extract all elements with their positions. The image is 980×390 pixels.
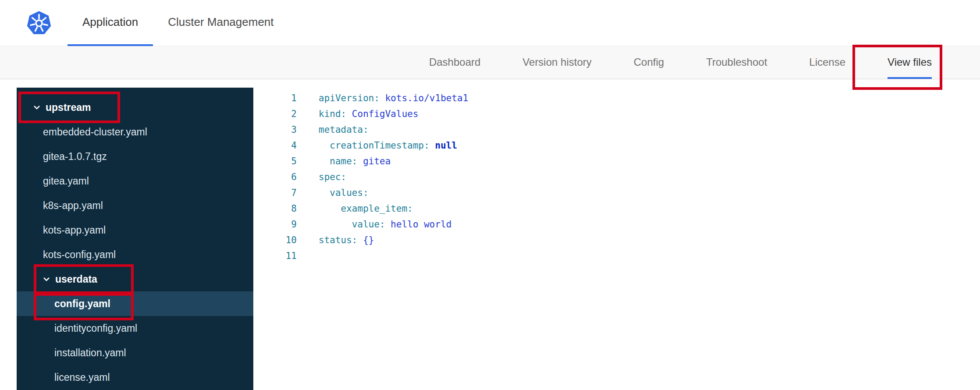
- tree-file-kots-app[interactable]: kots-app.yaml: [17, 218, 253, 242]
- tree-file-gitea-tgz[interactable]: gitea-1.0.7.tgz: [17, 144, 253, 169]
- tree-file-label: license.yaml: [54, 372, 110, 383]
- tree-file-identityconfig[interactable]: identityconfig.yaml: [17, 316, 253, 340]
- tree-file-label: kots-config.yaml: [43, 249, 116, 261]
- top-tab-bar: Application Cluster Management: [67, 0, 289, 46]
- yaml-key: value:: [319, 219, 385, 230]
- tree-file-installation[interactable]: installation.yaml: [17, 340, 253, 365]
- code-line: 9 value: hello world: [253, 216, 980, 232]
- yaml-key: apiVersion:: [319, 93, 380, 103]
- line-number: 2: [253, 106, 297, 122]
- code-line: 4 creationTimestamp: null: [253, 138, 980, 153]
- yaml-value: ConfigValues: [346, 109, 418, 119]
- line-number: 8: [253, 201, 297, 216]
- tree-file-kots-config[interactable]: kots-config.yaml: [17, 242, 253, 267]
- tree-file-label: kots-app.yaml: [43, 224, 106, 236]
- line-number: 10: [253, 232, 297, 248]
- chevron-down-icon[interactable]: [33, 105, 40, 110]
- kubernetes-logo: [26, 0, 52, 46]
- tab-troubleshoot[interactable]: Troubleshoot: [706, 47, 767, 79]
- tree-file-gitea-yaml[interactable]: gitea.yaml: [17, 169, 253, 193]
- yaml-key: example_item:: [319, 203, 413, 214]
- code-line: 3 metadata:: [253, 122, 980, 138]
- yaml-key: values:: [319, 188, 369, 198]
- yaml-value: null: [430, 140, 457, 151]
- line-number: 7: [253, 185, 297, 201]
- code-line: 11: [253, 248, 980, 264]
- code-line: 10 status: {}: [253, 232, 980, 248]
- tree-file-label: embedded-cluster.yaml: [43, 126, 147, 138]
- code-line: 7 values:: [253, 185, 980, 201]
- tree-folder-label: upstream: [46, 102, 91, 113]
- tree-file-config-yaml-selected[interactable]: config.yaml: [17, 291, 253, 316]
- tree-file-license[interactable]: license.yaml: [17, 365, 253, 390]
- tab-view-files[interactable]: View files: [888, 47, 932, 79]
- chevron-down-icon[interactable]: [43, 277, 50, 281]
- tab-license[interactable]: License: [809, 47, 845, 79]
- code-line: 6 spec:: [253, 169, 980, 185]
- yaml-value: kots.io/v1beta1: [380, 93, 468, 103]
- tree-file-label: installation.yaml: [54, 347, 126, 359]
- file-tree-sidebar: upstream embedded-cluster.yaml gitea-1.0…: [17, 88, 253, 390]
- tab-cluster-management[interactable]: Cluster Management: [153, 0, 288, 46]
- yaml-value: gitea: [358, 156, 391, 167]
- yaml-key: creationTimestamp:: [319, 140, 430, 151]
- code-line: 1 apiVersion: kots.io/v1beta1: [253, 90, 980, 106]
- tab-version-history[interactable]: Version history: [522, 47, 591, 79]
- tree-folder-userdata[interactable]: userdata: [17, 267, 253, 291]
- yaml-key: name:: [319, 156, 358, 167]
- line-number: 3: [253, 122, 297, 138]
- app-nav-bar: Dashboard Version history Config Trouble…: [0, 47, 980, 79]
- tree-file-k8s-app[interactable]: k8s-app.yaml: [17, 193, 253, 218]
- kubernetes-helm-wheel-icon: [26, 11, 52, 36]
- yaml-key: spec:: [319, 172, 346, 182]
- yaml-value: {}: [358, 235, 374, 245]
- top-bar: Application Cluster Management: [0, 0, 980, 46]
- yaml-key: kind:: [319, 109, 346, 119]
- tree-file-label: identityconfig.yaml: [54, 323, 137, 334]
- yaml-value: hello world: [385, 219, 452, 230]
- tree-file-embedded-cluster[interactable]: embedded-cluster.yaml: [17, 120, 253, 144]
- tab-config[interactable]: Config: [634, 47, 664, 79]
- yaml-key: metadata:: [319, 124, 369, 135]
- tab-dashboard[interactable]: Dashboard: [429, 47, 480, 79]
- code-line: 8 example_item:: [253, 201, 980, 216]
- code-line: 5 name: gitea: [253, 153, 980, 169]
- line-number: 11: [253, 248, 297, 264]
- yaml-key: status:: [319, 235, 358, 245]
- kots-admin-console: Application Cluster Management Dashboard…: [0, 0, 980, 390]
- line-number: 6: [253, 169, 297, 185]
- tree-folder-upstream[interactable]: upstream: [17, 95, 253, 120]
- line-number: 4: [253, 138, 297, 153]
- line-number: 9: [253, 216, 297, 232]
- yaml-code-editor[interactable]: 1 apiVersion: kots.io/v1beta1 2 kind: Co…: [253, 79, 980, 390]
- tree-file-label: k8s-app.yaml: [43, 200, 103, 212]
- code-line: 2 kind: ConfigValues: [253, 106, 980, 122]
- tree-file-label: gitea.yaml: [43, 175, 89, 187]
- tab-application[interactable]: Application: [67, 0, 153, 46]
- line-number: 5: [253, 153, 297, 169]
- tree-file-label: gitea-1.0.7.tgz: [43, 151, 107, 163]
- tree-file-label: config.yaml: [54, 298, 110, 310]
- tree-folder-label: userdata: [55, 273, 97, 285]
- line-number: 1: [253, 90, 297, 106]
